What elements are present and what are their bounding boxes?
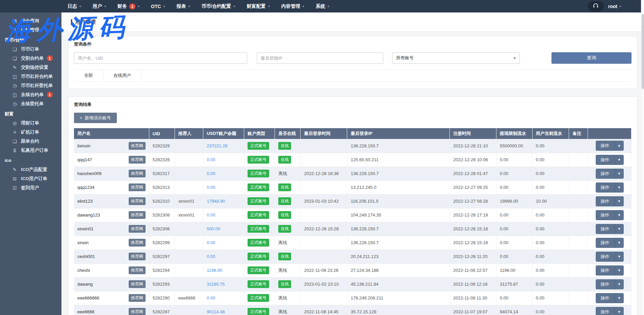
nav-item-coin-contract-config[interactable]: 币币/合约配置▾ — [202, 3, 235, 9]
sidebar-item-miner-orders[interactable]: ≡矿机订单 — [0, 127, 61, 137]
chevron-down-icon[interactable]: ▼ — [615, 307, 624, 315]
referral-network-badge[interactable]: 推荐网 — [129, 197, 146, 205]
action-button[interactable]: 操作 — [596, 238, 615, 248]
sidebar-item-ico-user-orders[interactable]: ⊟ICO用户订单 — [0, 174, 61, 183]
chevron-down-icon[interactable]: ▼ — [615, 279, 624, 289]
referral-network-badge[interactable]: 推荐网 — [129, 211, 146, 219]
balance-link[interactable]: 0.00 — [207, 185, 215, 190]
action-split-button[interactable]: 操作▼ — [596, 307, 624, 315]
referral-network-badge[interactable]: 推荐网 — [129, 156, 146, 164]
sidebar-item-spot-orders[interactable]: ❏币币订单 — [0, 45, 61, 54]
nav-item-finance[interactable]: 财务1▾ — [118, 3, 139, 9]
tab-all[interactable]: 全部 — [74, 70, 103, 81]
chevron-down-icon[interactable]: ▼ — [615, 182, 624, 193]
action-split-button[interactable]: 操作▼ — [596, 182, 624, 193]
action-button[interactable]: 操作 — [596, 279, 615, 289]
account-type-select[interactable]: 所有账号 ▾ — [392, 52, 520, 64]
chevron-down-icon[interactable]: ▼ — [615, 265, 624, 276]
nav-item-users[interactable]: 用户▾ — [93, 3, 106, 9]
sidebar-item-delivery-contract-orders[interactable]: ❏交割合约单1 — [0, 54, 61, 63]
user-menu[interactable]: root ▾ — [608, 4, 621, 9]
sidebar-item-overview-query[interactable]: ▦综合查询 — [0, 16, 61, 25]
action-button[interactable]: 操作 — [596, 155, 615, 165]
chevron-down-icon[interactable]: ▼ — [615, 196, 624, 206]
action-button[interactable]: 操作 — [596, 210, 615, 220]
action-split-button[interactable]: 操作▼ — [596, 210, 624, 220]
chevron-down-icon[interactable]: ▼ — [615, 210, 624, 220]
nav-item-reports[interactable]: 报表▾ — [177, 3, 190, 9]
nav-item-content-management[interactable]: 内容管理▾ — [281, 3, 304, 9]
sidebar-item-perpetual-contract-orders[interactable]: ◫永续合约单1 — [0, 90, 61, 99]
balance-link[interactable]: 1196.00 — [207, 268, 222, 273]
tab-online-users[interactable]: 在线用户 — [103, 70, 141, 81]
action-button[interactable]: 操作 — [596, 293, 615, 303]
action-button[interactable]: 操作 — [596, 196, 615, 206]
action-split-button[interactable]: 操作▼ — [596, 169, 624, 179]
action-button[interactable]: 操作 — [596, 169, 615, 179]
balance-link[interactable]: 0.00 — [207, 240, 215, 245]
chevron-down-icon[interactable]: ▼ — [615, 155, 624, 165]
action-split-button[interactable]: 操作▼ — [596, 279, 624, 289]
action-button[interactable]: 操作 — [596, 224, 615, 234]
sidebar-item-checkin-users[interactable]: ☑签到用户 — [0, 183, 61, 192]
action-button[interactable]: 操作 — [596, 141, 615, 151]
chevron-down-icon[interactable]: ▼ — [615, 238, 624, 248]
balance-link[interactable]: 237221.26 — [207, 143, 227, 148]
balance-link[interactable]: 17948.90 — [207, 199, 225, 204]
balance-link[interactable]: 31180.75 — [207, 282, 225, 287]
nav-item-logs[interactable]: 日志▾ — [68, 3, 81, 9]
action-button[interactable]: 操作 — [596, 307, 615, 315]
chevron-down-icon[interactable]: ▼ — [615, 169, 624, 179]
balance-link[interactable]: 0.00 — [207, 212, 215, 218]
chevron-down-icon[interactable]: ▼ — [615, 252, 624, 262]
balance-link[interactable]: 0.00 — [207, 171, 215, 176]
referral-network-badge[interactable]: 推荐网 — [129, 294, 146, 302]
balance-link[interactable]: 0.00 — [207, 295, 215, 300]
action-button[interactable]: 操作 — [596, 252, 615, 262]
action-split-button[interactable]: 操作▼ — [596, 224, 624, 234]
action-split-button[interactable]: 操作▼ — [596, 238, 624, 248]
username-uid-input[interactable] — [74, 52, 247, 64]
action-split-button[interactable]: 操作▼ — [596, 265, 624, 276]
sidebar-item-copy-trade-contract[interactable]: ❏跟单合约 — [0, 137, 61, 146]
action-split-button[interactable]: 操作▼ — [596, 196, 624, 206]
sidebar-item-perpetual-entrust-orders[interactable]: ◷永续委托单 — [0, 99, 61, 108]
last-login-ip-input[interactable] — [257, 52, 383, 64]
referral-network-badge[interactable]: 推荐网 — [129, 253, 146, 260]
chevron-down-icon[interactable]: ▼ — [615, 224, 624, 234]
referral-network-badge[interactable]: 推荐网 — [129, 170, 146, 177]
add-demo-account-button[interactable]: + 新增演示账号 — [74, 113, 117, 123]
chevron-down-icon[interactable]: ▼ — [615, 141, 624, 151]
action-button[interactable]: 操作 — [596, 265, 615, 276]
chevron-down-icon[interactable]: ▼ — [615, 293, 624, 303]
sidebar-item-ico-product-config[interactable]: ✎ICO产品配置 — [0, 165, 61, 174]
nav-item-system[interactable]: 系统▾ — [316, 3, 329, 9]
action-split-button[interactable]: 操作▼ — [596, 293, 624, 303]
sidebar-item-margin-entrust-orders[interactable]: ◷币币杠杆委托单 — [0, 81, 61, 90]
referral-network-badge[interactable]: 推荐网 — [129, 280, 146, 288]
action-split-button[interactable]: 操作▼ — [596, 155, 624, 165]
referral-network-badge[interactable]: 推荐网 — [129, 183, 146, 191]
nav-item-otc[interactable]: OTC▾ — [151, 4, 165, 9]
referral-network-badge[interactable]: 推荐网 — [129, 239, 146, 247]
sidebar-item-delivery-risk-settings[interactable]: ✎交割场控设置 — [0, 63, 61, 72]
sidebar-item-finance-orders[interactable]: ◎理财订单 — [0, 118, 61, 127]
referral-network-badge[interactable]: 推荐网 — [129, 142, 146, 150]
balance-link[interactable]: 0.00 — [207, 254, 215, 259]
avatar[interactable] — [588, 1, 604, 11]
action-button[interactable]: 操作 — [596, 182, 615, 193]
action-split-button[interactable]: 操作▼ — [596, 252, 624, 262]
search-button[interactable]: 查询 — [551, 52, 632, 64]
referral-network-badge[interactable]: 推荐网 — [129, 225, 146, 233]
nav-item-wealth-config[interactable]: 财富配置▾ — [247, 3, 270, 9]
scrollbar-thumb[interactable] — [642, 14, 644, 89]
balance-link[interactable]: 90114.48 — [207, 309, 225, 314]
action-split-button[interactable]: 操作▼ — [596, 141, 624, 151]
referral-network-badge[interactable]: 推荐网 — [129, 266, 146, 274]
sidebar-item-margin-contract-orders[interactable]: ◫币币杠杆合约单 — [0, 72, 61, 81]
referral-network-badge[interactable]: 推荐网 — [129, 308, 146, 315]
balance-link[interactable]: 0.00 — [207, 157, 215, 162]
sidebar-item-private-fund-orders[interactable]: $私募用户订单 — [0, 146, 61, 155]
sidebar-item-market-management[interactable]: ⇅行情管理 — [0, 25, 61, 34]
balance-link[interactable]: 500.00 — [207, 226, 220, 231]
